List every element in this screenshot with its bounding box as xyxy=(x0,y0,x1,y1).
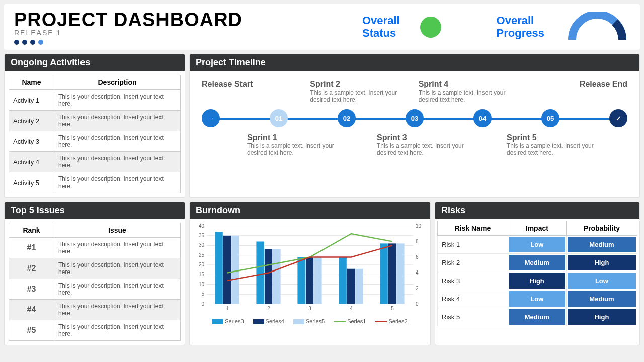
table-row: Activity 4This is your description. Inse… xyxy=(9,152,181,172)
risk-name: Risk 2 xyxy=(438,254,508,272)
issue-desc: This is your description. Insert your te… xyxy=(54,279,181,300)
issue-desc: This is your description. Insert your te… xyxy=(54,320,181,341)
table-row: #2This is your description. Insert your … xyxy=(9,258,181,279)
impact-badge: Low xyxy=(509,291,565,307)
timeline-item-text: This is a sample text. Insert your desir… xyxy=(310,89,411,103)
activity-name: Activity 5 xyxy=(9,172,54,193)
timeline-item-title: Sprint 1 xyxy=(247,133,348,142)
timeline-item: Sprint 3This is a sample text. Insert yo… xyxy=(377,133,477,156)
svg-rect-36 xyxy=(339,257,346,304)
col-desc: Description xyxy=(54,75,181,90)
legend-item: Series3 xyxy=(212,318,244,324)
issue-rank: #4 xyxy=(9,300,54,320)
svg-text:0: 0 xyxy=(201,301,204,307)
panel-title: Top 5 Issues xyxy=(5,202,185,219)
timeline-item: Release End xyxy=(527,80,627,103)
risk-name: Risk 1 xyxy=(438,236,508,254)
col-impact: Impact xyxy=(508,221,566,236)
issue-desc: This is your description. Insert your te… xyxy=(54,258,181,279)
top-issues-panel: Top 5 Issues Rank Issue #1This is your d… xyxy=(4,202,185,345)
svg-text:5: 5 xyxy=(201,291,204,297)
activity-name: Activity 1 xyxy=(9,90,54,111)
svg-rect-24 xyxy=(215,232,222,304)
probability-badge: Medium xyxy=(568,291,636,307)
table-row: Activity 5This is your description. Inse… xyxy=(9,172,181,193)
activity-desc: This is your description. Insert your te… xyxy=(54,152,181,172)
timeline-item: Sprint 2This is a sample text. Insert yo… xyxy=(310,80,411,103)
timeline-item: Sprint 4This is a sample text. Insert yo… xyxy=(419,80,519,103)
risk-name: Risk 5 xyxy=(438,308,508,326)
svg-rect-41 xyxy=(388,243,396,304)
impact-badge: Low xyxy=(509,237,565,252)
table-row: Activity 3This is your description. Inse… xyxy=(9,131,181,152)
svg-text:4: 4 xyxy=(416,270,419,276)
project-timeline-panel: Project Timeline Release StartSprint 2Th… xyxy=(189,54,640,198)
arrow-right-icon: → xyxy=(202,109,220,127)
timeline-node: 01 xyxy=(270,109,288,127)
col-risk-name: Risk Name xyxy=(438,221,508,236)
timeline-item: Sprint 1This is a sample text. Insert yo… xyxy=(247,133,348,156)
svg-text:5: 5 xyxy=(391,306,394,311)
timeline-item: Release Start xyxy=(202,80,302,103)
svg-text:2: 2 xyxy=(416,286,419,291)
svg-text:30: 30 xyxy=(199,242,205,248)
table-row: Activity 1This is your description. Inse… xyxy=(9,90,181,111)
activity-name: Activity 3 xyxy=(9,131,54,152)
table-row: #3This is your description. Insert your … xyxy=(9,279,181,300)
table-row: Activity 2This is your description. Inse… xyxy=(9,111,181,131)
timeline-node: 05 xyxy=(541,109,559,127)
burndown-panel: Burndown 0510152025303540024681012345 Se… xyxy=(189,202,431,345)
risk-name: Risk 4 xyxy=(438,290,508,308)
overall-status-label: Overall Status xyxy=(362,15,400,39)
activity-desc: This is your description. Insert your te… xyxy=(54,131,181,152)
legend-item: Series1 xyxy=(334,318,366,324)
table-row: Risk 3 High Low xyxy=(438,272,637,290)
svg-text:20: 20 xyxy=(199,262,205,267)
panel-title: Project Timeline xyxy=(190,54,639,71)
activity-name: Activity 2 xyxy=(9,111,54,131)
table-row: Risk 4 Low Medium xyxy=(438,290,637,308)
issue-rank: #5 xyxy=(9,320,54,341)
timeline-item-text: This is a sample text. Insert your desir… xyxy=(247,142,348,156)
issue-desc: This is your description. Insert your te… xyxy=(54,300,181,320)
svg-text:35: 35 xyxy=(199,233,205,238)
probability-badge: Medium xyxy=(568,237,636,252)
issue-rank: #2 xyxy=(9,258,54,279)
svg-rect-42 xyxy=(396,243,404,304)
timeline-track: →0102030405✓ xyxy=(202,108,627,128)
svg-text:3: 3 xyxy=(308,306,311,311)
table-row: Risk 5 Medium High xyxy=(438,308,637,326)
timeline-item-text: This is a sample text. Insert your desir… xyxy=(419,89,519,103)
chart-legend: Series3Series4Series5Series1Series2 xyxy=(192,318,428,324)
svg-rect-28 xyxy=(256,242,264,304)
activity-desc: This is your description. Insert your te… xyxy=(54,111,181,131)
page-subtitle: RELEASE 1 xyxy=(14,29,243,37)
legend-item: Series4 xyxy=(253,318,284,324)
overall-progress-label: Overall Progress xyxy=(497,15,544,39)
activity-name: Activity 4 xyxy=(9,152,54,172)
timeline-item-title: Sprint 5 xyxy=(507,133,607,142)
timeline-item-title: Sprint 4 xyxy=(419,80,519,89)
svg-text:2: 2 xyxy=(267,306,270,311)
svg-text:10: 10 xyxy=(199,282,205,287)
svg-rect-29 xyxy=(265,249,272,304)
svg-rect-40 xyxy=(380,243,387,304)
probability-badge: Low xyxy=(568,273,636,289)
timeline-item-text: This is a sample text. Insert your desir… xyxy=(507,142,607,156)
svg-text:1: 1 xyxy=(226,306,229,311)
check-icon: ✓ xyxy=(609,109,627,127)
table-row: #1This is your description. Insert your … xyxy=(9,238,181,258)
risks-panel: Risks Risk Name Impact Probability Risk … xyxy=(435,202,640,345)
table-row: #4This is your description. Insert your … xyxy=(9,300,181,320)
probability-badge: High xyxy=(568,309,636,325)
svg-text:10: 10 xyxy=(416,223,422,229)
svg-text:15: 15 xyxy=(199,272,205,277)
impact-badge: Medium xyxy=(509,255,565,270)
panel-title: Risks xyxy=(435,202,639,219)
col-rank: Rank xyxy=(9,223,54,238)
table-row: Risk 1 Low Medium xyxy=(438,236,637,254)
timeline-item-title: Release Start xyxy=(202,80,302,89)
status-indicator-icon xyxy=(420,17,441,38)
issue-rank: #3 xyxy=(9,279,54,300)
timeline-item-title: Sprint 2 xyxy=(310,80,411,89)
